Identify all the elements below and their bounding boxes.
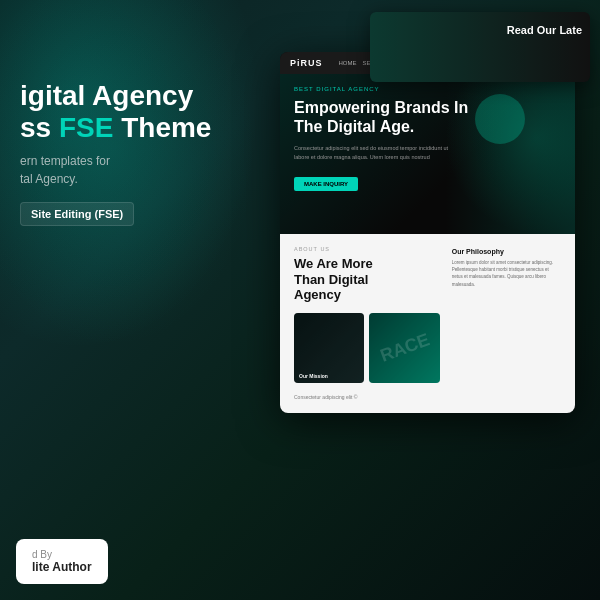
about-title-line2: Than Digital	[294, 272, 368, 287]
hero-title-line2: The Digital Age.	[294, 118, 414, 135]
nav-home: HOME	[339, 60, 357, 66]
mock-about-section: ABOUT US We Are More Than Digital Agency…	[280, 234, 575, 413]
philosophy-title: Our Philosophy	[452, 248, 561, 255]
about-image-grid: Our Mission RACE	[294, 313, 440, 383]
mock-hero-section: BEST DIGITAL AGENCY Empowering Brands In…	[280, 74, 575, 234]
title-line2-suffix: Theme	[113, 112, 211, 143]
top-mini-browser: Read Our Late	[370, 12, 590, 82]
hero-subtitle: Consectetur adipiscing elit sed do eiusm…	[294, 144, 454, 162]
hero-title-line1: Empowering Brands In	[294, 99, 468, 116]
subtitle-line2: tal Agency.	[20, 172, 78, 186]
about-title-line1: We Are More	[294, 256, 373, 271]
about-label: ABOUT US	[294, 246, 440, 252]
about-sub-text: Consectetur adipiscing elit ©	[294, 393, 440, 401]
read-latest-text: Read Our Late	[507, 24, 582, 36]
badge-top-text: d By	[32, 549, 92, 560]
badge-bottom-text: lite Author	[32, 560, 92, 574]
subtitle-text: ern templates for tal Agency.	[20, 152, 211, 188]
hero-best-label: BEST DIGITAL AGENCY	[294, 86, 561, 92]
inquiry-button[interactable]: MAKE INQUIRY	[294, 177, 358, 191]
left-content-panel: igital Agency ss FSE Theme ern templates…	[20, 80, 211, 226]
fse-badge-label: Site Editing (FSE)	[31, 208, 123, 220]
title-line2-prefix: ss	[20, 112, 59, 143]
about-image-race: RACE	[369, 313, 439, 383]
fse-highlight: FSE	[59, 112, 113, 143]
fse-badge: Site Editing (FSE)	[20, 202, 134, 226]
main-heading: igital Agency ss FSE Theme	[20, 80, 211, 144]
mission-card-label: Our Mission	[299, 373, 328, 379]
mini-browser-tint	[370, 12, 590, 82]
hero-title: Empowering Brands In The Digital Age.	[294, 98, 561, 136]
about-title: We Are More Than Digital Agency	[294, 256, 440, 303]
main-browser: PiRUS HOME SERVICES WORKS PAGES BLOG CON…	[280, 52, 575, 413]
bottom-badge: d By lite Author	[16, 539, 108, 584]
philosophy-text: Lorem ipsum dolor sit amet consectetur a…	[452, 259, 561, 288]
mock-logo: PiRUS	[290, 58, 323, 68]
browser-mockup-container: Read Our Late PiRUS HOME SERVICES WORKS …	[280, 12, 590, 582]
title-line1: igital Agency	[20, 80, 193, 111]
about-image-mission: Our Mission	[294, 313, 364, 383]
subtitle-line1: ern templates for	[20, 154, 110, 168]
about-title-line3: Agency	[294, 287, 341, 302]
